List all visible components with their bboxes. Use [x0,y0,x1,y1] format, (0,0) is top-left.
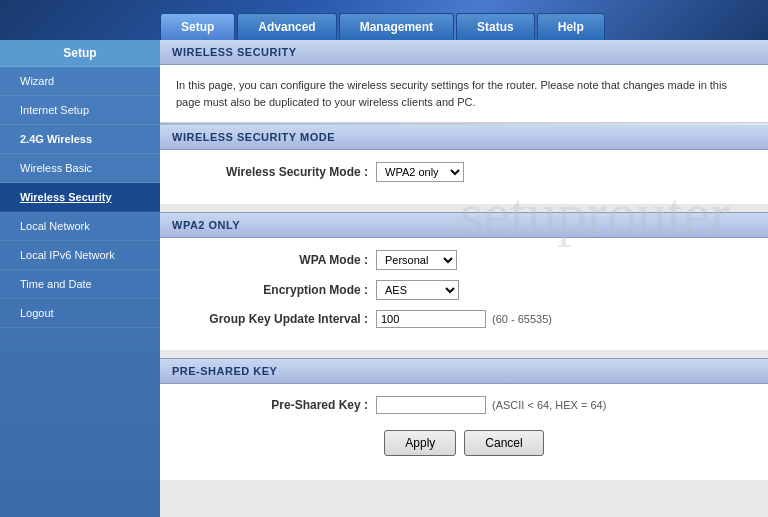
tab-setup[interactable]: Setup [160,13,235,40]
group-key-input[interactable] [376,310,486,328]
preshared-key-hint: (ASCII < 64, HEX = 64) [492,399,606,411]
preshared-key-row: Pre-Shared Key : (ASCII < 64, HEX = 64) [176,396,752,414]
preshared-key-label: Pre-Shared Key : [176,398,376,412]
section-header-wpa2: WPA2 ONLY [160,212,768,238]
button-row: Apply Cancel [176,430,752,468]
group-key-hint: (60 - 65535) [492,313,552,325]
security-mode-label: Wireless Security Mode : [176,165,376,179]
nav-tabs: Setup Advanced Management Status Help [160,13,605,40]
tab-management[interactable]: Management [339,13,454,40]
description-text: In this page, you can configure the wire… [176,77,752,110]
description-section: In this page, you can configure the wire… [160,65,768,123]
tab-advanced[interactable]: Advanced [237,13,336,40]
cancel-button[interactable]: Cancel [464,430,543,456]
wpa2-form: WPA Mode : Personal Enterprise Encryptio… [160,238,768,350]
wpa-mode-select[interactable]: Personal Enterprise [376,250,457,270]
preshared-form: Pre-Shared Key : (ASCII < 64, HEX = 64) … [160,384,768,480]
wpa-mode-row: WPA Mode : Personal Enterprise [176,250,752,270]
sidebar-item-wireless-security[interactable]: Wireless Security [0,183,160,212]
apply-button[interactable]: Apply [384,430,456,456]
section-header-security-mode: WIRELESS SECURITY MODE [160,125,768,150]
wpa-mode-label: WPA Mode : [176,253,376,267]
tab-status[interactable]: Status [456,13,535,40]
sidebar-item-wizard[interactable]: Wizard [0,67,160,96]
security-mode-row: Wireless Security Mode : WPA2 only WPA o… [176,162,752,182]
sidebar: Setup Wizard Internet Setup 2.4G Wireles… [0,40,160,517]
sidebar-item-time-date[interactable]: Time and Date [0,270,160,299]
group-key-row: Group Key Update Interval : (60 - 65535) [176,310,752,328]
section-header-wireless-security: WIRELESS SECURITY [160,40,768,65]
sidebar-item-setup[interactable]: Setup [0,40,160,67]
preshared-key-input[interactable] [376,396,486,414]
sidebar-item-local-ipv6-network[interactable]: Local IPv6 Network [0,241,160,270]
encryption-mode-label: Encryption Mode : [176,283,376,297]
sidebar-item-internet-setup[interactable]: Internet Setup [0,96,160,125]
security-mode-form: Wireless Security Mode : WPA2 only WPA o… [160,150,768,204]
content-area: setuprouter WIRELESS SECURITY In this pa… [160,40,768,517]
group-key-label: Group Key Update Interval : [176,312,376,326]
sidebar-item-24g-wireless[interactable]: 2.4G Wireless [0,125,160,154]
sidebar-item-local-network[interactable]: Local Network [0,212,160,241]
top-banner: Setup Advanced Management Status Help [0,0,768,40]
tab-help[interactable]: Help [537,13,605,40]
encryption-mode-row: Encryption Mode : AES TKIP AES+TKIP [176,280,752,300]
encryption-mode-select[interactable]: AES TKIP AES+TKIP [376,280,459,300]
sidebar-item-logout[interactable]: Logout [0,299,160,328]
main-layout: Setup Wizard Internet Setup 2.4G Wireles… [0,40,768,517]
security-mode-select[interactable]: WPA2 only WPA only WPA/WPA2 None [376,162,464,182]
section-header-preshared: PRE-SHARED KEY [160,358,768,384]
sidebar-item-wireless-basic[interactable]: Wireless Basic [0,154,160,183]
